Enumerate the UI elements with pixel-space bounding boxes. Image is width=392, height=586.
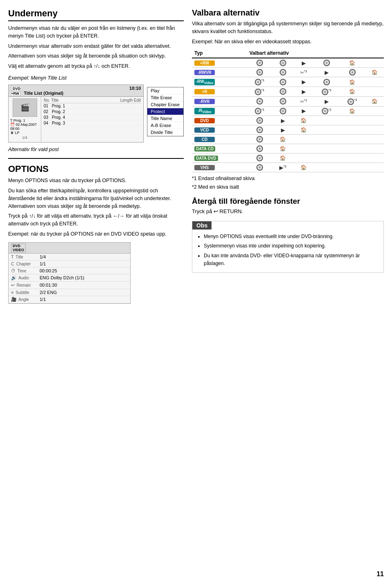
type-badge-rw-plus: +RW: [194, 60, 215, 66]
options-example-label: Exempel: när du trycker på OPTIONS när e…: [8, 230, 184, 238]
disc-icon: [256, 69, 263, 76]
menu-item-title-erase[interactable]: Title Erase: [147, 94, 183, 101]
left-column: Undermeny Undermenyn visas när du väljer…: [8, 8, 184, 304]
tl-body: 🎬 T Prog. 1 ⏰ 02.May.2007 08:00 🖥 LP 1/4: [9, 97, 143, 142]
title-icon: T: [11, 254, 14, 259]
valbara-p1: Vilka alternativ som är tillgängliga på …: [192, 20, 384, 36]
menu-item-play[interactable]: Play: [147, 87, 183, 94]
table-row: 02Prog. 2: [43, 109, 142, 115]
remain-icon: ↩: [11, 283, 15, 287]
disc-icon: [323, 79, 330, 85]
disc-icon: [280, 98, 286, 105]
obs-header: Obs: [192, 221, 212, 229]
menu-item-ab-erase[interactable]: A-B Erase: [147, 122, 183, 129]
valbara-p2: Exempel: När en skiva eller en videokass…: [192, 38, 384, 46]
arrow-icon: ▶: [279, 165, 283, 171]
house-icon: 🏠: [349, 60, 355, 66]
type-badge-vhs: VHS: [194, 165, 215, 170]
table-row: 01Prog. 1: [43, 103, 142, 109]
disc-icon: [255, 89, 261, 95]
footnotes: *1 Endast ofinaliserad skiva *2 Med en s…: [192, 175, 384, 191]
menu-item-title-name[interactable]: Title Name: [147, 115, 183, 122]
obs-list: Menyn OPTIONS visas eventuellt inte unde…: [197, 233, 379, 267]
return-section: Återgå till föregående fönster Tryck på …: [192, 197, 384, 216]
tl-disc-info: T Prog. 1 ⏰ 02.May.2007 08:00 🖥 LP: [10, 118, 39, 135]
options-p2: Du kan söka efter titel/kapitel/spår, ko…: [8, 187, 184, 210]
scissors-icon: ✂: [300, 70, 304, 76]
audio-icon: 🔊: [11, 275, 17, 280]
disc-icon: [255, 79, 261, 85]
options-p3: Tryck på ↑/↓ för att välja ett alternati…: [8, 212, 184, 228]
tl-right-panel: No. Title Length Edit 01Prog. 1 02Prog. …: [41, 97, 143, 142]
context-menu[interactable]: Play Title Erase Chapter Erase Protect T…: [147, 87, 184, 136]
menu-item-divide-title[interactable]: Divide Title: [147, 129, 183, 136]
table-row: DVD ▶ 🏠: [192, 116, 384, 125]
arrow-icon: ▶: [325, 98, 329, 105]
type-badge-cd: CD: [194, 137, 215, 142]
return-title: Återgå till föregående fönster: [192, 197, 384, 206]
arrow-icon: ▶: [302, 60, 306, 66]
subtitle-icon: ≡: [11, 290, 13, 295]
table-row: 🔊 Audio ENG Dolby D2ch (1/1): [9, 274, 130, 281]
disc-icon: [322, 89, 328, 95]
house-icon: 🏠: [301, 118, 307, 123]
dvd-badge: DVD+RW: [11, 86, 21, 96]
table-row: 🎥 Angle 1/1: [9, 296, 130, 303]
options-box-header: DVDVIDEO: [9, 243, 130, 254]
tl-time: 10:10: [129, 86, 141, 96]
disc-icon: [256, 136, 263, 143]
col-valbart: Valbart alternativ: [247, 49, 384, 58]
disc-icon: [256, 117, 263, 124]
disc-icon: [280, 69, 286, 76]
chapter-icon: C: [11, 261, 14, 266]
tl-title: Title List (Original): [24, 91, 63, 96]
list-item: Du kan inte använda DVD- eller VIDEO-kna…: [204, 252, 379, 267]
disc-icon: [256, 60, 263, 66]
house-icon: 🏠: [372, 69, 378, 75]
type-badge-r-plus: +R: [194, 89, 215, 94]
options-divider: [8, 158, 184, 159]
arrow-icon: ▶: [302, 108, 306, 114]
tl-header: DVD+RW Title List (Original) 10:10: [9, 85, 143, 97]
table-row: C Chapter 1/1: [9, 260, 130, 267]
type-badge-rwvideo: -RWVideo: [194, 79, 215, 85]
house-icon: 🏠: [349, 79, 355, 85]
table-row: -RWVR ✂*1 ▶ 🏠: [192, 68, 384, 77]
table-row: T Title 1/4: [9, 254, 130, 261]
table-row: CD 🏠: [192, 135, 384, 144]
col-typ: Typ: [192, 49, 247, 58]
arrow-icon: ▶: [302, 89, 306, 95]
return-text: Tryck på ↩ RETURN.: [192, 207, 384, 216]
type-badge-vcd: VCD: [194, 127, 215, 133]
disc-icon: [280, 79, 286, 85]
example1-label: Exempel: Menyn Title List: [8, 74, 184, 82]
table-row: ↩ Remain 00:01:30: [9, 281, 130, 289]
obs-content: Menyn OPTIONS visas eventuellt inte unde…: [192, 229, 383, 272]
house-icon: 🏠: [301, 127, 307, 133]
table-row: VHS ▶*2 🏠: [192, 163, 384, 172]
page-number: 11: [376, 570, 384, 578]
disc-icon: [322, 108, 328, 114]
house-icon: 🏠: [349, 89, 355, 94]
table-row: 04Prog. 3: [43, 120, 142, 126]
right-column: Valbara alternativ Vilka alternativ som …: [192, 8, 384, 304]
table-header-row: Typ Valbart alternativ: [192, 49, 384, 58]
arrow-icon: ▶: [281, 118, 285, 124]
tl-thumbnail: 🎬: [13, 98, 37, 117]
valbara-table: Typ Valbart alternativ +RW ▶ 🏠 -RWVR: [192, 49, 384, 172]
table-row: -RVR ✂*1 ▶ *1 🏠: [192, 96, 384, 106]
table-row: ≡ Subtitle 2/2 ENG: [9, 289, 130, 296]
table-row: DATA DVD 🏠: [192, 154, 384, 163]
disc-icon: [349, 69, 356, 76]
house-icon: 🏠: [349, 108, 355, 114]
menu-item-chapter-erase[interactable]: Chapter Erase: [147, 101, 183, 108]
options-p1: Menyn OPTIONS visas när du trycker på OP…: [8, 177, 184, 185]
disc-icon: [256, 127, 263, 133]
footnote-2: *2 Med en skiva isatt: [192, 183, 384, 191]
table-row: 03Prog. 4: [43, 115, 142, 120]
menu-item-protect[interactable]: Protect: [147, 108, 183, 115]
time-icon: ⏱: [11, 268, 16, 273]
tl-left-panel: 🎬 T Prog. 1 ⏰ 02.May.2007 08:00 🖥 LP 1/4: [9, 97, 41, 142]
type-badge-datadvd: DATA DVD: [194, 156, 218, 161]
house-icon: 🏠: [280, 136, 286, 142]
